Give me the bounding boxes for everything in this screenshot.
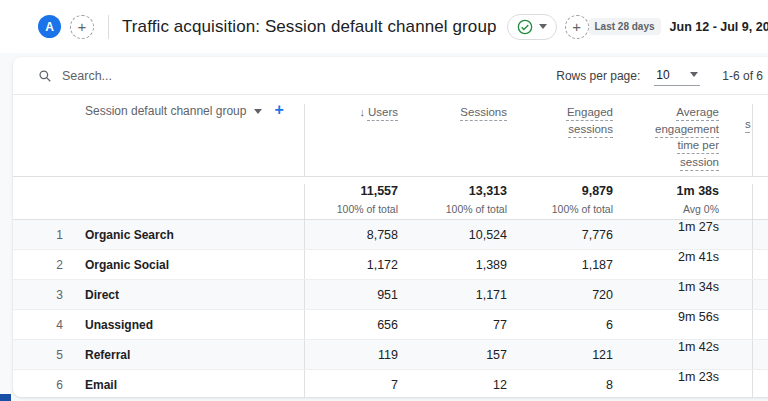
channel-name-cell: Organic Social [63, 250, 305, 279]
column-header-avg-engagement-time[interactable]: Average engagement time per session [613, 104, 753, 176]
dimension-header-label: Session default channel group [85, 104, 246, 118]
avg-engagement-time-value: 1m 34s [613, 280, 753, 309]
row-index: 5 [13, 348, 63, 362]
avg-engagement-time-value: 2m 41s [613, 250, 753, 279]
totals-engaged-sessions-cell: 9,879 100% of total [507, 184, 613, 219]
totals-value: 11,557 [305, 184, 398, 198]
channel-name: Unassigned [85, 318, 153, 332]
search-box [38, 69, 556, 83]
search-input[interactable] [62, 69, 282, 83]
totals-value: 1m 38s [613, 184, 719, 198]
users-value: 951 [305, 288, 398, 302]
totals-share: Avg 0% [613, 203, 719, 215]
totals-users-cell: 11,557 100% of total [305, 184, 398, 219]
column-header-label: s [745, 118, 751, 130]
column-header-label: Sessions [460, 106, 507, 118]
channel-name: Organic Search [85, 228, 174, 242]
table-row: 5 Referral 119 157 121 1m 42s [13, 340, 768, 370]
bottom-left-accent [0, 394, 11, 401]
users-value: 1,172 [305, 258, 398, 272]
row-index: 4 [13, 318, 63, 332]
users-value: 119 [305, 348, 398, 362]
add-dimension-button[interactable]: + [274, 104, 283, 116]
rows-per-page-value: 10 [656, 68, 669, 82]
engaged-sessions-value: 720 [507, 288, 613, 302]
table-row: 6 Email 7 12 8 1m 23s [13, 370, 768, 397]
add-report-button[interactable]: + [565, 15, 589, 39]
date-controls: Last 28 days Jun 12 - Jul 9, 2023 [589, 18, 768, 35]
column-header-engaged-sessions[interactable]: Engaged sessions [507, 104, 613, 176]
page-title: Traffic acquisition: Session default cha… [122, 17, 497, 37]
totals-share: 100% of total [305, 203, 398, 215]
users-value: 8,758 [305, 228, 398, 242]
rows-per-page-select[interactable]: 10 [654, 66, 700, 86]
check-circle-icon [517, 19, 533, 35]
table-toolbar: Rows per page: 10 1-6 of 6 [13, 57, 768, 95]
channel-name-cell: Organic Search [63, 220, 305, 249]
chevron-down-icon[interactable] [254, 109, 262, 114]
table-row: 1 Organic Search 8,758 10,524 7,776 1m 2… [13, 220, 768, 250]
totals-share: 100% of total [507, 203, 613, 215]
totals-row: 11,557 100% of total 13,313 100% of tota… [13, 177, 768, 220]
totals-dimension-cell [13, 184, 305, 219]
column-header-next-partial[interactable]: s [745, 118, 751, 130]
sort-descending-icon: ↓ [359, 105, 365, 121]
row-index: 3 [13, 288, 63, 302]
totals-value: 9,879 [507, 184, 613, 198]
rows-per-page-label: Rows per page: [556, 69, 640, 83]
column-header-users[interactable]: ↓Users [305, 104, 398, 176]
channel-name-cell: Direct [63, 280, 305, 309]
totals-avg-engagement-cell: 1m 38s Avg 0% [613, 184, 753, 219]
sessions-value: 77 [398, 318, 507, 332]
avg-engagement-time-value: 1m 23s [613, 370, 753, 397]
date-range-picker[interactable]: Jun 12 - Jul 9, 2023 [670, 20, 768, 34]
header-divider [108, 15, 109, 39]
engaged-sessions-value: 6 [507, 318, 613, 332]
channel-name-cell: Unassigned [63, 310, 305, 339]
sessions-value: 12 [398, 378, 507, 392]
add-comparison-button[interactable]: + [70, 15, 94, 39]
row-index: 1 [13, 228, 63, 242]
sessions-value: 1,389 [398, 258, 507, 272]
row-index: 2 [13, 258, 63, 272]
ga4-traffic-acquisition-screen: A + Traffic acquisition: Session default… [0, 0, 768, 401]
users-value: 7 [305, 378, 398, 392]
chevron-down-icon [539, 24, 547, 29]
channel-name: Organic Social [85, 258, 169, 272]
row-index: 6 [13, 378, 63, 392]
column-header-label: Average engagement time per session [655, 106, 719, 168]
sessions-value: 1,171 [398, 288, 507, 302]
search-icon [38, 69, 52, 83]
report-status-pill[interactable] [507, 14, 557, 40]
table-header-row: Session default channel group + ↓Users S… [13, 95, 768, 177]
date-preset-badge: Last 28 days [589, 18, 661, 35]
engaged-sessions-value: 1,187 [507, 258, 613, 272]
totals-value: 13,313 [398, 184, 507, 198]
table-row: 3 Direct 951 1,171 720 1m 34s [13, 280, 768, 310]
table-row: 2 Organic Social 1,172 1,389 1,187 2m 41… [13, 250, 768, 280]
channel-name: Referral [85, 348, 130, 362]
totals-sessions-cell: 13,313 100% of total [398, 184, 507, 219]
avg-engagement-time-value: 1m 42s [613, 340, 753, 369]
users-value: 656 [305, 318, 398, 332]
pagination-status: 1-6 of 6 [722, 69, 763, 83]
table-row: 4 Unassigned 656 77 6 9m 56s [13, 310, 768, 340]
column-header-sessions[interactable]: Sessions [398, 104, 507, 176]
table-body: 1 Organic Search 8,758 10,524 7,776 1m 2… [13, 220, 768, 397]
data-table-card: Rows per page: 10 1-6 of 6 Session defau… [13, 57, 768, 397]
sessions-value: 157 [398, 348, 507, 362]
report-body: Rows per page: 10 1-6 of 6 Session defau… [0, 53, 768, 401]
report-header: A + Traffic acquisition: Session default… [0, 0, 768, 53]
engaged-sessions-value: 7,776 [507, 228, 613, 242]
dimension-column-header[interactable]: Session default channel group + [13, 104, 305, 176]
totals-share: 100% of total [398, 203, 507, 215]
channel-name: Email [85, 378, 117, 392]
column-header-label: Users [368, 106, 398, 118]
sessions-value: 10,524 [398, 228, 507, 242]
chevron-down-icon [690, 72, 698, 77]
column-header-label: Engaged sessions [567, 106, 613, 135]
pagination-controls: Rows per page: 10 1-6 of 6 [556, 66, 763, 86]
segment-avatar[interactable]: A [38, 15, 61, 38]
avg-engagement-time-value: 9m 56s [613, 310, 753, 339]
channel-name-cell: Referral [63, 340, 305, 369]
